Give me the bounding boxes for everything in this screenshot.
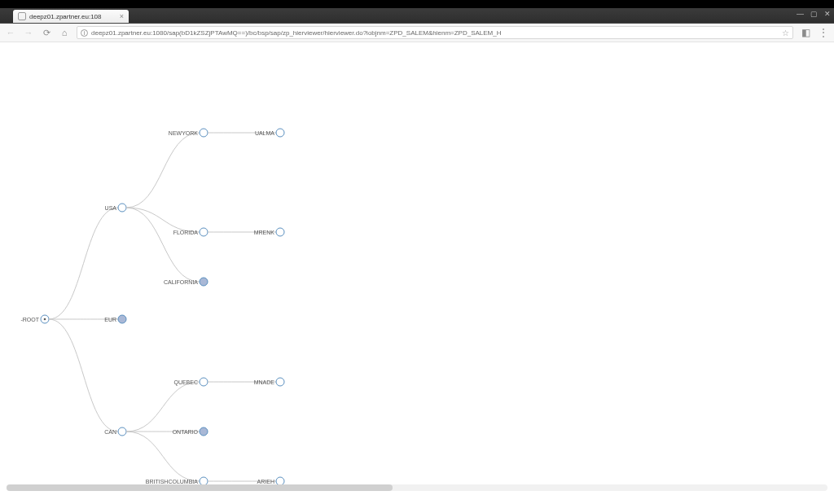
node-mrenk[interactable] [276, 228, 284, 236]
node-label-ualma: UALMA [255, 130, 274, 136]
address-bar[interactable]: i deepz01.zpartner.eu:1080/sap(bD1kZSZjP… [77, 26, 793, 39]
node-ontario[interactable] [200, 427, 208, 436]
tree-link [49, 208, 118, 319]
node-label-eur: EUR [104, 317, 116, 322]
root-marker-icon [44, 318, 46, 321]
tree-link [126, 208, 200, 282]
tree-link [126, 432, 200, 481]
tab-close-icon[interactable]: × [120, 12, 124, 20]
node-quebec[interactable] [200, 378, 208, 386]
browser-menu-button[interactable]: ⋮ [818, 28, 829, 37]
node-fl[interactable] [200, 228, 208, 236]
node-ny[interactable] [200, 129, 208, 137]
node-label-ontario: ONTARIO [173, 429, 198, 435]
page-content: -ROOTUSANEWYORKUALMAFLORIDAMRENKCALIFORN… [0, 42, 834, 494]
window-maximize-button[interactable]: ▢ [810, 10, 818, 18]
window-close-button[interactable]: ✕ [824, 10, 831, 18]
extensions-icon[interactable]: ◧ [800, 28, 811, 37]
site-info-icon[interactable]: i [81, 29, 88, 37]
tab-title: deepz01.zpartner.eu:108 [29, 13, 116, 20]
node-label-usa: USA [105, 205, 116, 211]
home-button[interactable]: ⌂ [59, 27, 70, 38]
node-usa[interactable] [118, 204, 126, 212]
browser-tab[interactable]: deepz01.zpartner.eu:108 × [13, 10, 129, 23]
window-minimize-button[interactable]: — [797, 10, 804, 18]
address-bar-text: deepz01.zpartner.eu:1080/sap(bD1kZSZjPTA… [91, 29, 777, 37]
tree-link [49, 319, 118, 432]
node-label-can: CAN [104, 429, 116, 435]
node-label-root: -ROOT [20, 317, 39, 322]
node-eur[interactable] [118, 315, 126, 323]
reload-button[interactable]: ⟳ [41, 27, 52, 38]
browser-toolbar: ← → ⟳ ⌂ i deepz01.zpartner.eu:1080/sap(b… [0, 24, 834, 42]
scrollbar-thumb[interactable] [7, 484, 393, 491]
node-label-cal: CALIFORNIA [164, 279, 198, 285]
tree-link [126, 382, 200, 432]
hierarchy-tree[interactable] [0, 42, 834, 494]
node-can[interactable] [118, 427, 126, 436]
node-ualma[interactable] [276, 129, 284, 137]
node-label-arieh: ARIEH [257, 479, 274, 484]
tab-strip: deepz01.zpartner.eu:108 × — ▢ ✕ [0, 8, 834, 24]
back-button[interactable]: ← [5, 27, 16, 38]
horizontal-scrollbar[interactable] [7, 484, 827, 491]
node-label-bc: BRITISHCOLUMBIA [146, 479, 198, 484]
bookmark-star-icon[interactable]: ☆ [782, 28, 789, 37]
node-mnade[interactable] [276, 378, 284, 386]
node-label-mrenk: MRENK [254, 230, 274, 235]
node-label-quebec: QUEBEC [173, 379, 198, 385]
node-label-fl: FLORIDA [173, 230, 198, 235]
node-label-mnade: MNADE [254, 379, 274, 385]
tree-link [126, 133, 200, 208]
tree-link [126, 208, 200, 232]
favicon-icon [18, 12, 26, 20]
node-label-ny: NEWYORK [169, 130, 198, 136]
forward-button[interactable]: → [23, 27, 34, 38]
node-cal[interactable] [200, 278, 208, 286]
